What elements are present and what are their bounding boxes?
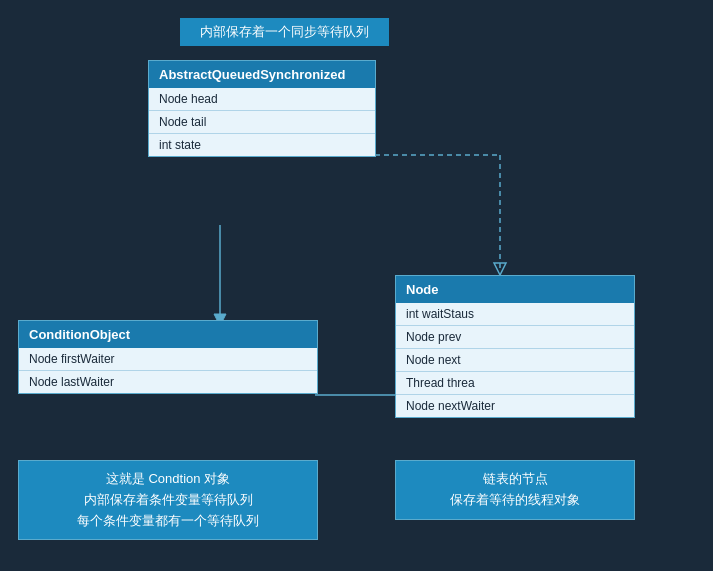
condition-field-1: Node lastWaiter (19, 371, 317, 393)
aqs-class-header: AbstractQueuedSynchronized (149, 61, 375, 88)
node-field-3: Thread threa (396, 372, 634, 395)
node-field-1: Node prev (396, 326, 634, 349)
node-note-box: 链表的节点保存着等待的线程对象 (395, 460, 635, 520)
node-note-text: 链表的节点保存着等待的线程对象 (408, 469, 622, 511)
condition-note-box: 这就是 Condtion 对象内部保存着条件变量等待队列每个条件变量都有一个等待… (18, 460, 318, 540)
condition-class-body: Node firstWaiter Node lastWaiter (19, 348, 317, 393)
condition-field-0: Node firstWaiter (19, 348, 317, 371)
top-label: 内部保存着一个同步等待队列 (180, 18, 389, 46)
node-class-body: int waitStaus Node prev Node next Thread… (396, 303, 634, 417)
node-field-0: int waitStaus (396, 303, 634, 326)
aqs-class-body: Node head Node tail int state (149, 88, 375, 156)
aqs-field-1: Node tail (149, 111, 375, 134)
node-class-header: Node (396, 276, 634, 303)
node-field-2: Node next (396, 349, 634, 372)
node-class-box: Node int waitStaus Node prev Node next T… (395, 275, 635, 418)
condition-class-box: ConditionObject Node firstWaiter Node la… (18, 320, 318, 394)
aqs-class-box: AbstractQueuedSynchronized Node head Nod… (148, 60, 376, 157)
svg-marker-2 (494, 263, 506, 275)
diagram-container: 内部保存着一个同步等待队列 AbstractQueuedSynchronized… (0, 0, 713, 571)
condition-note-text: 这就是 Condtion 对象内部保存着条件变量等待队列每个条件变量都有一个等待… (31, 469, 305, 531)
aqs-field-0: Node head (149, 88, 375, 111)
node-field-4: Node nextWaiter (396, 395, 634, 417)
aqs-field-2: int state (149, 134, 375, 156)
condition-class-header: ConditionObject (19, 321, 317, 348)
